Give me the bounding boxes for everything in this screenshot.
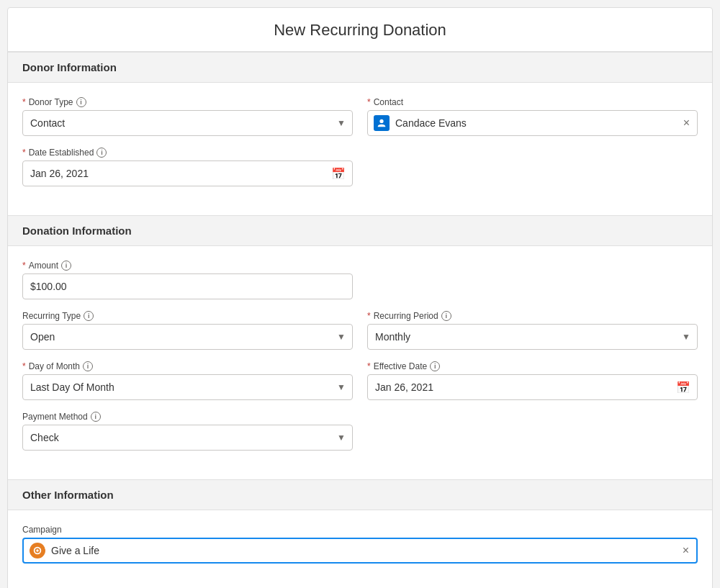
effective-date-required: * <box>367 361 371 371</box>
effective-date-input[interactable] <box>367 374 698 400</box>
effective-date-info-icon[interactable]: i <box>430 361 440 371</box>
donor-type-contact-row: * Donor Type i Contact Organization Hous… <box>22 97 698 136</box>
day-of-month-select-wrapper: Last Day Of Month 1 2 15 ▼ <box>22 374 353 400</box>
date-established-row: * Date Established i 📅 <box>22 148 698 186</box>
amount-required: * <box>22 261 26 271</box>
donor-type-required: * <box>22 97 26 107</box>
day-of-month-info-icon[interactable]: i <box>83 361 93 371</box>
payment-method-label: Payment Method i <box>22 412 353 422</box>
amount-row: * Amount i <box>22 261 698 299</box>
donor-type-info-icon[interactable]: i <box>76 97 86 107</box>
recurring-type-info-icon[interactable]: i <box>84 311 94 321</box>
campaign-svg <box>32 546 42 556</box>
date-established-field: * Date Established i 📅 <box>22 148 353 186</box>
effective-date-field: * Effective Date i 📅 <box>367 361 698 400</box>
form-container: New Recurring Donation Donor Information… <box>7 7 713 588</box>
effective-date-calendar-icon[interactable]: 📅 <box>676 381 690 394</box>
recurring-period-required: * <box>367 311 371 321</box>
contact-required: * <box>367 97 371 107</box>
donation-information-body: * Amount i Recurring Type i Open Fixed <box>8 246 712 479</box>
amount-input[interactable] <box>22 273 353 299</box>
date-established-input-wrapper: 📅 <box>22 160 353 186</box>
recurring-type-period-row: Recurring Type i Open Fixed ▼ * Recurrin… <box>22 311 698 350</box>
contact-label: * Contact <box>367 97 698 107</box>
donor-type-select-wrapper: Contact Organization Household ▼ <box>22 110 353 136</box>
recurring-type-label: Recurring Type i <box>22 311 353 321</box>
recurring-period-label: * Recurring Period i <box>367 311 698 321</box>
contact-field[interactable]: Candace Evans × <box>367 110 698 136</box>
date-established-calendar-icon[interactable]: 📅 <box>331 167 346 181</box>
contact-name-text: Candace Evans <box>395 117 682 129</box>
payment-method-select-wrapper: Check Credit Card ACH ▼ <box>22 425 353 451</box>
effective-date-input-wrapper: 📅 <box>367 374 698 400</box>
day-of-month-label: * Day of Month i <box>22 361 353 371</box>
day-of-month-field: * Day of Month i Last Day Of Month 1 2 1… <box>22 361 353 400</box>
donation-information-header: Donation Information <box>8 215 712 246</box>
other-information-body: Campaign Give a Life × <box>8 510 712 588</box>
other-information-header: Other Information <box>8 479 712 510</box>
campaign-name-text: Give a Life <box>51 545 681 556</box>
recurring-type-field: Recurring Type i Open Fixed ▼ <box>22 311 353 350</box>
recurring-type-select-wrapper: Open Fixed ▼ <box>22 324 353 350</box>
campaign-icon <box>30 543 45 558</box>
date-established-spacer <box>367 148 698 186</box>
donor-type-field: * Donor Type i Contact Organization Hous… <box>22 97 353 136</box>
amount-field: * Amount i <box>22 261 353 299</box>
day-of-month-required: * <box>22 361 26 371</box>
donor-information-body: * Donor Type i Contact Organization Hous… <box>8 83 712 215</box>
payment-method-field: Payment Method i Check Credit Card ACH ▼ <box>22 412 353 451</box>
payment-method-row: Payment Method i Check Credit Card ACH ▼ <box>22 412 698 451</box>
effective-date-label: * Effective Date i <box>367 361 698 371</box>
contact-svg <box>377 118 387 128</box>
donor-information-header: Donor Information <box>8 52 712 83</box>
day-of-month-effective-date-row: * Day of Month i Last Day Of Month 1 2 1… <box>22 361 698 400</box>
svg-point-1 <box>36 549 39 552</box>
donor-type-label: * Donor Type i <box>22 97 353 107</box>
page-title: New Recurring Donation <box>8 8 712 52</box>
date-established-info-icon[interactable]: i <box>96 148 107 158</box>
payment-method-info-icon[interactable]: i <box>91 412 101 422</box>
amount-info-icon[interactable]: i <box>61 261 71 271</box>
donor-type-select[interactable]: Contact Organization Household <box>22 110 353 136</box>
recurring-period-info-icon[interactable]: i <box>441 311 451 321</box>
campaign-input-field[interactable]: Give a Life × <box>22 538 698 564</box>
recurring-period-field: * Recurring Period i Monthly Weekly Year… <box>367 311 698 350</box>
campaign-row: Campaign Give a Life × <box>22 525 698 564</box>
payment-method-spacer <box>367 412 698 451</box>
recurring-period-select[interactable]: Monthly Weekly Yearly Quarterly <box>367 324 698 350</box>
day-of-month-select[interactable]: Last Day Of Month 1 2 15 <box>22 374 353 400</box>
recurring-period-select-wrapper: Monthly Weekly Yearly Quarterly ▼ <box>367 324 698 350</box>
amount-spacer <box>367 261 698 299</box>
contact-field-col: * Contact Candace Evans × <box>367 97 698 136</box>
campaign-label: Campaign <box>22 525 698 535</box>
recurring-type-select[interactable]: Open Fixed <box>22 324 353 350</box>
contact-clear-icon[interactable]: × <box>682 115 691 131</box>
campaign-field: Campaign Give a Life × <box>22 525 698 564</box>
campaign-clear-icon[interactable]: × <box>681 543 690 558</box>
date-required: * <box>22 148 26 158</box>
date-established-label: * Date Established i <box>22 148 353 158</box>
amount-label: * Amount i <box>22 261 353 271</box>
contact-person-icon <box>374 115 390 131</box>
date-established-input[interactable] <box>22 160 353 186</box>
payment-method-select[interactable]: Check Credit Card ACH <box>22 425 353 451</box>
